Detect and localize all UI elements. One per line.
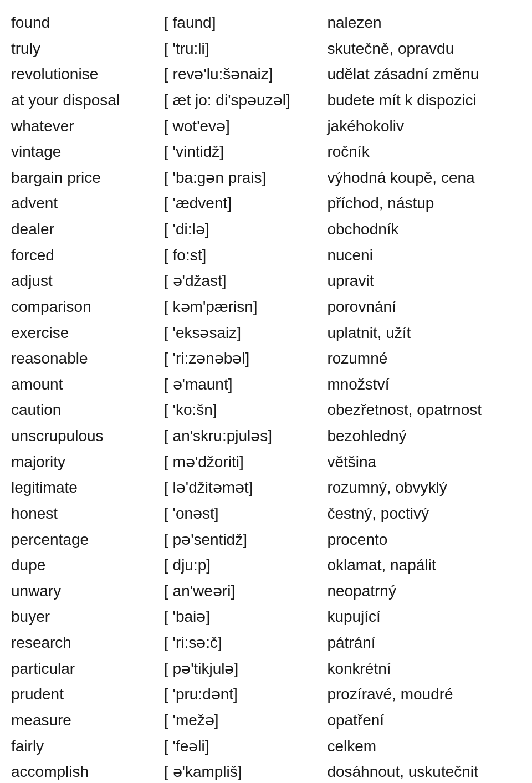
translation-cell: udělat zásadní změnu	[327, 62, 521, 88]
table-row: particular[ pə'tikjulə]konkrétní	[11, 656, 521, 682]
phonetic-cell: [ wot'evə]	[164, 114, 327, 140]
translation-cell: kupující	[327, 604, 521, 630]
phonetic-cell: [ 'ko:šn]	[164, 397, 327, 423]
table-row: majority[ mə'džoriti]většina	[11, 449, 521, 475]
phonetic-cell: [ revə'lu:šənaiz]	[164, 62, 327, 88]
phonetic-cell: [ dju:p]	[164, 552, 327, 579]
table-row: accomplish[ ə'kampliš]dosáhnout, uskuteč…	[11, 759, 521, 783]
word-cell: at your disposal	[11, 88, 164, 114]
word-cell: caution	[11, 397, 164, 423]
phonetic-cell: [ æt jo: di'spəuzəl]	[164, 88, 327, 114]
word-cell: particular	[11, 656, 164, 682]
table-row: legitimate[ lə'džitəmət]rozumný, obvyklý	[11, 475, 521, 501]
translation-cell: bezohledný	[327, 423, 521, 449]
word-cell: buyer	[11, 604, 164, 630]
translation-cell: oklamat, napálit	[327, 552, 521, 579]
translation-cell: jakéhokoliv	[327, 114, 521, 140]
table-row: truly[ 'tru:li]skutečně, opravdu	[11, 36, 521, 62]
translation-cell: příchod, nástup	[327, 191, 521, 217]
word-cell: exercise	[11, 320, 164, 346]
translation-cell: většina	[327, 449, 521, 475]
phonetic-cell: [ 'feəli]	[164, 734, 327, 760]
phonetic-cell: [ 'baiə]	[164, 604, 327, 630]
table-row: reasonable[ 'ri:zənəbəl]rozumné	[11, 346, 521, 372]
translation-cell: budete mít k dispozici	[327, 88, 521, 114]
word-cell: revolutionise	[11, 62, 164, 88]
table-row: unscrupulous[ an'skru:pjuləs]bezohledný	[11, 423, 521, 449]
vocabulary-table: found[ faund]nalezentruly[ 'tru:li]skute…	[11, 10, 521, 783]
phonetic-cell: [ pə'sentidž]	[164, 527, 327, 553]
table-row: fairly[ 'feəli]celkem	[11, 734, 521, 760]
phonetic-cell: [ 'mežə]	[164, 708, 327, 734]
translation-cell: rozumný, obvyklý	[327, 475, 521, 501]
phonetic-cell: [ ə'džast]	[164, 268, 327, 294]
table-row: percentage[ pə'sentidž]procento	[11, 527, 521, 553]
translation-cell: dosáhnout, uskutečnit	[327, 759, 521, 783]
table-row: caution[ 'ko:šn]obezřetnost, opatrnost	[11, 397, 521, 423]
table-row: research[ 'ri:sə:č]pátrání	[11, 630, 521, 656]
phonetic-cell: [ 'ri:sə:č]	[164, 630, 327, 656]
word-cell: advent	[11, 191, 164, 217]
translation-cell: procento	[327, 527, 521, 553]
word-cell: unscrupulous	[11, 423, 164, 449]
translation-cell: konkrétní	[327, 656, 521, 682]
phonetic-cell: [ an'skru:pjuləs]	[164, 423, 327, 449]
phonetic-cell: [ 'vintidž]	[164, 139, 327, 165]
phonetic-cell: [ 'di:lə]	[164, 217, 327, 243]
table-row: amount[ ə'maunt]množství	[11, 372, 521, 398]
table-row: measure[ 'mežə]opatření	[11, 708, 521, 734]
phonetic-cell: [ 'eksəsaiz]	[164, 320, 327, 346]
word-cell: whatever	[11, 114, 164, 140]
table-row: dealer[ 'di:lə]obchodník	[11, 217, 521, 243]
translation-cell: obchodník	[327, 217, 521, 243]
translation-cell: nalezen	[327, 10, 521, 36]
phonetic-cell: [ 'onəst]	[164, 501, 327, 527]
word-cell: reasonable	[11, 346, 164, 372]
word-cell: legitimate	[11, 475, 164, 501]
table-row: buyer[ 'baiə]kupující	[11, 604, 521, 630]
table-row: bargain price[ 'ba:gən prais]výhodná kou…	[11, 165, 521, 191]
word-cell: dealer	[11, 217, 164, 243]
word-cell: amount	[11, 372, 164, 398]
word-cell: truly	[11, 36, 164, 62]
table-row: vintage[ 'vintidž]ročník	[11, 139, 521, 165]
translation-cell: rozumné	[327, 346, 521, 372]
phonetic-cell: [ fo:st]	[164, 243, 327, 269]
word-cell: percentage	[11, 527, 164, 553]
word-cell: prudent	[11, 682, 164, 708]
word-cell: fairly	[11, 734, 164, 760]
table-row: advent[ 'ædvent]příchod, nástup	[11, 191, 521, 217]
translation-cell: skutečně, opravdu	[327, 36, 521, 62]
translation-cell: ročník	[327, 139, 521, 165]
phonetic-cell: [ 'pru:dənt]	[164, 682, 327, 708]
table-row: found[ faund]nalezen	[11, 10, 521, 36]
word-cell: research	[11, 630, 164, 656]
word-cell: vintage	[11, 139, 164, 165]
table-row: whatever[ wot'evə]jakéhokoliv	[11, 114, 521, 140]
table-row: forced[ fo:st]nuceni	[11, 243, 521, 269]
translation-cell: upravit	[327, 268, 521, 294]
phonetic-cell: [ lə'džitəmət]	[164, 475, 327, 501]
phonetic-cell: [ 'ædvent]	[164, 191, 327, 217]
table-row: dupe[ dju:p]oklamat, napálit	[11, 552, 521, 579]
translation-cell: celkem	[327, 734, 521, 760]
word-cell: accomplish	[11, 759, 164, 783]
translation-cell: neopatrný	[327, 579, 521, 605]
word-cell: adjust	[11, 268, 164, 294]
translation-cell: čestný, poctivý	[327, 501, 521, 527]
phonetic-cell: [ pə'tikjulə]	[164, 656, 327, 682]
table-row: at your disposal[ æt jo: di'spəuzəl]bude…	[11, 88, 521, 114]
table-row: comparison[ kəm'pærisn]porovnání	[11, 294, 521, 320]
translation-cell: obezřetnost, opatrnost	[327, 397, 521, 423]
word-cell: unwary	[11, 579, 164, 605]
translation-cell: prozíravé, moudré	[327, 682, 521, 708]
phonetic-cell: [ 'tru:li]	[164, 36, 327, 62]
translation-cell: opatření	[327, 708, 521, 734]
phonetic-cell: [ mə'džoriti]	[164, 449, 327, 475]
table-row: honest[ 'onəst]čestný, poctivý	[11, 501, 521, 527]
phonetic-cell: [ faund]	[164, 10, 327, 36]
word-cell: majority	[11, 449, 164, 475]
word-cell: found	[11, 10, 164, 36]
translation-cell: množství	[327, 372, 521, 398]
word-cell: measure	[11, 708, 164, 734]
